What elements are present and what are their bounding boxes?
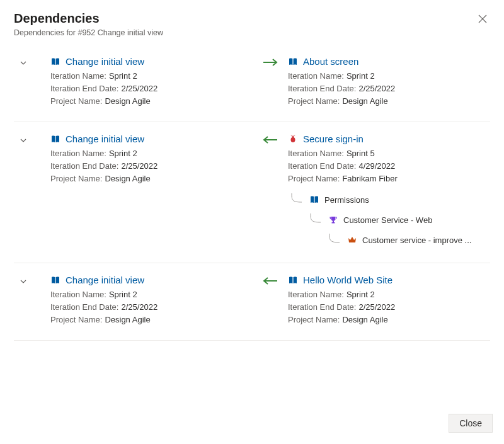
book-icon: [288, 275, 298, 285]
successor-item: About screen Iteration Name:Sprint 2 Ite…: [288, 56, 490, 109]
work-item-title[interactable]: Hello World Web Site: [303, 275, 392, 285]
project-name-row: Project Name:Design Agile: [288, 315, 490, 324]
project-name-label: Project Name:: [50, 315, 102, 324]
project-name-row: Project Name:Design Agile: [50, 96, 253, 106]
chevron-down-icon[interactable]: [19, 277, 50, 286]
iteration-end-row: Iteration End Date:2/25/2022: [288, 84, 490, 93]
work-item-header: Hello World Web Site: [288, 275, 490, 285]
iteration-name-label: Iteration Name:: [50, 71, 106, 81]
tree-connector-icon: [326, 234, 342, 246]
iteration-end-row: Iteration End Date:2/25/2022: [50, 84, 253, 93]
work-item-title[interactable]: Change initial view: [66, 134, 144, 144]
work-item-header: Change initial view: [50, 275, 253, 285]
chevron-down-icon[interactable]: [19, 59, 50, 67]
arrow-left-icon: [262, 276, 278, 286]
child-item[interactable]: Permissions: [288, 190, 490, 210]
iteration-name-label: Iteration Name:: [50, 149, 106, 158]
child-item[interactable]: Customer service - improve ...: [288, 230, 490, 250]
iteration-end-label: Iteration End Date:: [50, 302, 118, 312]
predecessor-item: Change initial view Iteration Name:Sprin…: [50, 134, 253, 186]
iteration-name-label: Iteration Name:: [288, 149, 344, 158]
dialog-title: Dependencies: [14, 11, 163, 26]
iteration-end-value: 2/25/2022: [358, 84, 395, 93]
predecessor-item: Change initial view Iteration Name:Sprin…: [50, 56, 253, 109]
iteration-end-label: Iteration End Date:: [50, 84, 118, 93]
bug-icon: [288, 134, 298, 144]
iteration-name-value: Sprint 2: [109, 290, 137, 299]
project-name-label: Project Name:: [50, 174, 102, 183]
svg-line-9: [291, 135, 292, 135]
iteration-name-row: Iteration Name:Sprint 2: [288, 290, 490, 299]
child-item[interactable]: Customer Service - Web: [288, 210, 490, 230]
iteration-end-label: Iteration End Date:: [288, 161, 356, 171]
iteration-name-row: Iteration Name:Sprint 2: [50, 290, 253, 299]
project-name-value: Design Agile: [105, 315, 150, 324]
chevron-col: [14, 275, 50, 286]
successor-item: Hello World Web Site Iteration Name:Spri…: [288, 275, 490, 327]
tree-connector-icon: [307, 213, 323, 226]
work-item-header: Secure sign-in: [288, 134, 490, 144]
dialog-footer: Close: [449, 414, 493, 433]
work-item-title[interactable]: About screen: [303, 56, 358, 67]
chevron-col: [14, 134, 50, 145]
iteration-name-value: Sprint 5: [346, 149, 375, 158]
project-name-row: Project Name:Design Agile: [288, 96, 490, 106]
project-name-value: Design Agile: [342, 315, 387, 324]
direction-col: [253, 275, 288, 286]
svg-point-8: [293, 136, 294, 137]
iteration-name-value: Sprint 2: [109, 71, 137, 81]
iteration-end-label: Iteration End Date:: [288, 302, 356, 312]
svg-rect-12: [333, 221, 334, 222]
iteration-name-value: Sprint 2: [109, 149, 137, 158]
book-icon: [288, 57, 298, 67]
direction-col: [253, 134, 288, 145]
svg-point-7: [292, 136, 292, 137]
iteration-name-row: Iteration Name:Sprint 2: [50, 71, 253, 81]
iteration-end-value: 2/25/2022: [121, 84, 158, 93]
iteration-name-label: Iteration Name:: [288, 290, 344, 299]
header-text: Dependencies Dependencies for #952 Chang…: [14, 11, 163, 37]
close-button[interactable]: Close: [449, 414, 493, 433]
work-item-children: Permissions Customer Service - Web Custo…: [288, 190, 490, 250]
dependency-row: Change initial view Iteration Name:Sprin…: [14, 51, 490, 122]
project-name-row: Project Name:Design Agile: [50, 315, 253, 324]
iteration-name-row: Iteration Name:Sprint 2: [50, 149, 253, 158]
project-name-value: Design Agile: [342, 96, 387, 106]
child-item-label: Customer Service - Web: [343, 215, 432, 225]
svg-point-6: [292, 135, 294, 138]
work-item-header: Change initial view: [50, 134, 253, 144]
predecessor-item: Change initial view Iteration Name:Sprin…: [50, 275, 253, 327]
iteration-end-label: Iteration End Date:: [50, 161, 118, 171]
work-item-title[interactable]: Secure sign-in: [303, 134, 364, 144]
project-name-row: Project Name:Design Agile: [50, 174, 253, 183]
book-icon: [309, 195, 319, 205]
dialog-header: Dependencies Dependencies for #952 Chang…: [14, 11, 490, 37]
successor-item: Secure sign-in Iteration Name:Sprint 5 I…: [288, 134, 490, 250]
iteration-name-row: Iteration Name:Sprint 2: [288, 71, 490, 81]
iteration-name-label: Iteration Name:: [288, 71, 344, 81]
svg-rect-13: [332, 222, 335, 224]
iteration-end-row: Iteration End Date:2/25/2022: [288, 302, 490, 312]
chevron-col: [14, 56, 50, 67]
iteration-end-row: Iteration End Date:2/25/2022: [50, 302, 253, 312]
iteration-end-label: Iteration End Date:: [288, 84, 356, 93]
project-name-value: Design Agile: [105, 96, 150, 106]
project-name-label: Project Name:: [288, 96, 340, 106]
work-item-title[interactable]: Change initial view: [66, 275, 144, 285]
iteration-end-row: Iteration End Date:4/29/2022: [288, 161, 490, 171]
project-name-label: Project Name:: [288, 174, 340, 183]
direction-col: [253, 56, 288, 67]
child-item-label: Customer service - improve ...: [362, 236, 471, 245]
project-name-value: Fabrikam Fiber: [342, 174, 397, 183]
iteration-name-row: Iteration Name:Sprint 5: [288, 149, 490, 158]
project-name-label: Project Name:: [50, 96, 102, 106]
trophy-icon: [328, 215, 338, 225]
iteration-name-value: Sprint 2: [346, 290, 375, 299]
dependencies-list: Change initial view Iteration Name:Sprin…: [14, 51, 490, 341]
work-item-title[interactable]: Change initial view: [66, 56, 144, 67]
dependencies-dialog: Dependencies Dependencies for #952 Chang…: [0, 0, 504, 444]
close-icon[interactable]: [475, 11, 490, 26]
chevron-down-icon[interactable]: [19, 136, 50, 145]
book-icon: [50, 57, 60, 67]
project-name-value: Design Agile: [105, 174, 150, 183]
